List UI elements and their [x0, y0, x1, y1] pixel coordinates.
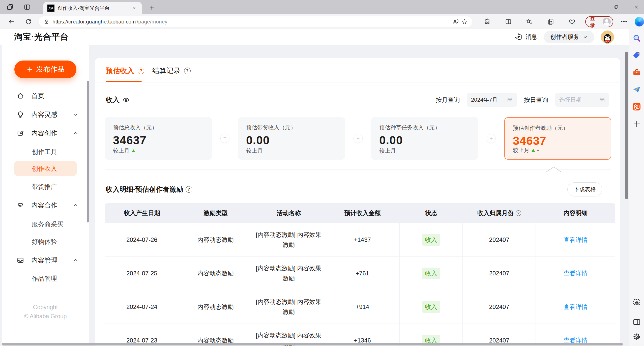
publish-button[interactable]: 发布作品 [14, 61, 76, 78]
sidebar-item-management[interactable]: 内容管理 [2, 253, 89, 267]
browser-essentials-icon[interactable] [567, 17, 577, 26]
view-detail-link[interactable]: 查看详情 [564, 269, 588, 277]
col-header-type: 激励类型 [179, 203, 252, 223]
tab-estimated-income[interactable]: 预估收入 [106, 66, 144, 76]
url-path: /page/money [137, 19, 167, 25]
col-header-month-label: 收入归属月份 [477, 209, 514, 217]
collections-icon[interactable] [546, 17, 555, 26]
web-capture-icon[interactable] [632, 297, 641, 307]
messages-button[interactable]: 消息 [515, 33, 537, 41]
address-bar[interactable]: https://creator.guanghe.taobao.com/page/… [39, 16, 472, 27]
calendar-icon [599, 97, 605, 103]
col-header-amount: 预计收入金额 [325, 203, 400, 223]
settings-more-icon[interactable]: ••• [621, 19, 628, 24]
sidebar-tools-icon[interactable] [632, 68, 641, 77]
settings-gear-icon[interactable] [632, 332, 641, 341]
card-creator-incentive[interactable]: 预估创作者激励（元） 34637 较上月- [504, 117, 611, 160]
section-divider [105, 169, 611, 169]
sidebar-item-inspiration[interactable]: 内容灵感 [2, 107, 89, 122]
sidebar-item-service-purchase[interactable]: 服务商采买 [2, 218, 89, 231]
income-section-label: 收入 [106, 95, 130, 104]
copilot-icon[interactable] [635, 17, 644, 26]
tab-label: 预估收入 [106, 66, 134, 76]
page-vertical-scrollbar[interactable] [625, 52, 628, 199]
caret-up-indicator [546, 166, 562, 173]
detail-title-label: 收入明细-预估创作者激励 [106, 185, 183, 194]
plus-icon [26, 66, 33, 73]
download-table-button[interactable]: 下载表格 [567, 182, 602, 196]
favorites-hub-icon[interactable] [525, 17, 534, 26]
tab-close-icon[interactable] [131, 5, 138, 11]
sidebar-item-cooperation[interactable]: 内容合作 [2, 198, 89, 212]
sidebar-item-creation-income[interactable]: 创作收入 [14, 161, 77, 176]
home-icon [16, 92, 25, 100]
chevron-down-icon [583, 35, 588, 40]
help-icon[interactable] [516, 210, 521, 216]
cell-month: 202407 [463, 257, 536, 290]
restore-icon[interactable] [611, 2, 621, 12]
site-logo[interactable]: 淘宝·光合平台 [14, 31, 69, 43]
card-value: 0.00 [379, 133, 470, 147]
date-picker-placeholder: 选择日期 [559, 96, 596, 104]
close-window-icon[interactable] [631, 2, 641, 12]
cell-month: 202407 [463, 324, 536, 346]
sidebar-item-creation[interactable]: 内容创作 [2, 126, 89, 140]
sidebar-panel-icon[interactable] [632, 317, 641, 327]
new-tab-icon[interactable] [148, 4, 156, 12]
card-label: 预估带货收入（元） [246, 124, 337, 131]
compare-label: 较上月 [113, 147, 130, 155]
sidebar-scrollbar[interactable] [87, 81, 89, 222]
favorite-star-icon[interactable] [461, 18, 468, 25]
workspaces-icon[interactable] [6, 3, 15, 12]
view-detail-link[interactable]: 查看详情 [564, 236, 588, 244]
cell-activity: [内容动态激励] 内容效果激励 [252, 290, 325, 324]
sidebar-item-product-trial[interactable]: 好物体验 [2, 235, 89, 248]
user-avatar[interactable] [601, 31, 614, 44]
help-icon[interactable] [184, 68, 191, 74]
read-aloud-icon[interactable]: A [453, 19, 458, 25]
browser-tab[interactable]: 光合 创作收入·淘宝光合平台 [43, 2, 142, 14]
sidebar-item-label: 内容管理 [31, 256, 57, 265]
sidebar-item-label: 创作收入 [32, 164, 57, 173]
sidebar-kuaishou-icon[interactable] [632, 102, 641, 111]
page-horizontal-scrollbar[interactable] [2, 343, 623, 345]
sidebar-shopping-icon[interactable] [632, 50, 641, 60]
minimize-icon[interactable] [591, 2, 601, 12]
col-header-detail: 内容明细 [536, 203, 615, 223]
cell-date: 2024-07-26 [105, 223, 179, 256]
sidebar-item-creation-tools[interactable]: 创作工具 [2, 145, 89, 158]
card-value: 34637 [113, 133, 204, 147]
date-picker-input[interactable]: 选择日期 [555, 93, 609, 107]
sidebar-item-label: 服务商采买 [32, 220, 63, 228]
activity-text: [内容动态激励] 内容效果激励 [256, 230, 321, 250]
creator-service-label: 创作者服务 [550, 33, 579, 41]
creator-service-menu[interactable]: 创作者服务 [544, 31, 594, 43]
extensions-icon[interactable] [482, 17, 492, 26]
eye-icon[interactable] [123, 96, 130, 103]
back-icon[interactable] [7, 17, 16, 26]
sidebar-item-label: 创作工具 [32, 148, 57, 156]
sidebar-send-icon[interactable] [632, 85, 641, 94]
cell-type: 内容动态激励 [179, 257, 252, 290]
help-icon[interactable] [138, 68, 144, 74]
login-button[interactable]: 登录 [585, 16, 613, 27]
help-icon[interactable] [186, 186, 192, 193]
cell-month: 202407 [463, 290, 536, 324]
card-total-income[interactable]: 预估总收入（元） 34637 较上月- [105, 117, 212, 160]
month-picker-input[interactable]: 2024年7月 [467, 93, 517, 107]
split-screen-icon[interactable] [504, 17, 513, 26]
cell-activity: [内容动态激励] 内容效果激励 [252, 257, 325, 290]
sidebar-item-promotion[interactable]: 带货推广 [2, 180, 89, 193]
sidebar-add-icon[interactable] [632, 119, 641, 129]
card-label: 预估总收入（元） [113, 124, 204, 131]
card-sales-income[interactable]: 预估带货收入（元） 0.00 较上月- [238, 117, 345, 160]
view-detail-link[interactable]: 查看详情 [564, 303, 588, 311]
sidebar-item-works-management[interactable]: 作品管理 [2, 272, 89, 285]
tabs-divider [95, 82, 620, 82]
tab-actions-icon[interactable] [23, 3, 32, 12]
refresh-icon[interactable] [24, 17, 33, 26]
tab-settlement-records[interactable]: 结算记录 [152, 66, 191, 76]
card-seeding-task-income[interactable]: 预估种草任务收入（元） 0.00 较上月- [371, 117, 478, 160]
sidebar-item-home[interactable]: 首页 [2, 89, 89, 103]
sidebar-search-icon[interactable] [632, 33, 641, 43]
